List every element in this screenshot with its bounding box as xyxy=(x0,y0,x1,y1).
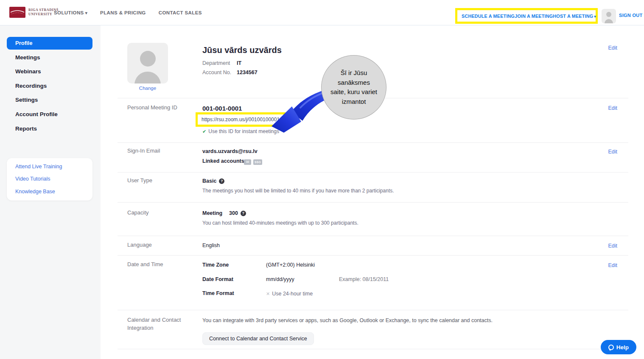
edit-profile-link[interactable]: Edit xyxy=(608,45,617,51)
sign-out-link[interactable]: SIGN OUT xyxy=(619,13,643,18)
date-format-example: Example: 08/15/2011 xyxy=(339,276,389,282)
user-avatar[interactable] xyxy=(602,9,616,23)
language-value: English xyxy=(202,242,220,248)
calendar-integration-label: Calendar and Contact Integration xyxy=(127,316,182,332)
help-question-icon[interactable]: ? xyxy=(219,178,224,184)
edit-language-link[interactable]: Edit xyxy=(608,243,617,249)
divider xyxy=(118,349,628,349)
meeting-actions-highlight-box: SCHEDULE A MEETING JOIN A MEETING HOST A… xyxy=(455,8,598,24)
timezone-value: (GMT+2:00) Helsinki xyxy=(266,262,315,268)
divider xyxy=(118,142,628,143)
datetime-label: Date and Time xyxy=(127,261,163,267)
pmi-label: Personal Meeting ID xyxy=(127,104,177,111)
profile-name: Jūsu vārds uzvārds xyxy=(202,45,282,55)
sidebar-help-card: Attend Live Training Video Tutorials Kno… xyxy=(7,158,92,200)
edit-pmi-link[interactable]: Edit xyxy=(608,105,617,111)
sidebar-item-webinars[interactable]: Webinars xyxy=(15,68,41,75)
divider xyxy=(118,202,628,203)
sidebar-item-profile[interactable]: Profile xyxy=(7,37,92,50)
connect-calendar-button[interactable]: Connect to Calendar and Contact Service xyxy=(202,332,314,345)
help-question-icon[interactable]: ? xyxy=(241,211,246,216)
capacity-meeting-label: Meeting xyxy=(202,210,222,216)
nav-solutions[interactable]: SOLUTIONS▾ xyxy=(54,10,87,15)
sidebar: Profile Meetings Webinars Recordings Set… xyxy=(0,25,101,359)
pmi-number: 001-001-0001 xyxy=(202,105,242,112)
rsu-logo[interactable]: Riga Stradiņš University xyxy=(9,7,59,18)
check-icon: ✔ xyxy=(202,129,206,134)
divider xyxy=(118,310,628,310)
change-avatar-link[interactable]: Change xyxy=(127,86,168,91)
chevron-down-icon: ▾ xyxy=(594,14,596,19)
edit-signin-email-link[interactable]: Edit xyxy=(608,149,617,155)
sidebar-item-settings[interactable]: Settings xyxy=(15,97,38,103)
account-no-value: 1234567 xyxy=(237,70,258,75)
help-button[interactable]: Help xyxy=(601,340,636,354)
date-format-label: Date Format xyxy=(202,276,233,282)
time-format-label: Time Format xyxy=(202,290,234,296)
divider xyxy=(118,172,628,173)
capacity-value: 300? xyxy=(229,210,246,216)
annotation-bubble: Šī ir Jūsu sanāksmes saite, kuru variet … xyxy=(321,55,386,120)
signin-email-label: Sign-In Email xyxy=(127,147,160,154)
knowledge-base-link[interactable]: Knowledge Base xyxy=(15,189,55,195)
linked-accounts-label: Linked accounts: xyxy=(202,158,246,164)
profile-avatar xyxy=(127,43,168,83)
attend-live-training-link[interactable]: Attend Live Training xyxy=(15,164,62,170)
timezone-label: Time Zone xyxy=(202,262,229,268)
join-meeting-link[interactable]: JOIN A MEETING xyxy=(515,14,553,19)
user-type-label: User Type xyxy=(127,177,152,184)
time-format-value[interactable]: ✕Use 24-hour time xyxy=(266,291,313,297)
capacity-label: Capacity xyxy=(127,209,149,216)
sidebar-item-account-profile[interactable]: Account Profile xyxy=(15,111,58,117)
department-value: IT xyxy=(237,60,241,66)
schedule-meeting-link[interactable]: SCHEDULE A MEETING xyxy=(462,14,515,19)
nav-contact-sales[interactable]: CONTACT SALES xyxy=(159,10,202,15)
sidebar-item-reports[interactable]: Reports xyxy=(15,125,37,132)
user-type-description: The meetings you host will be limited to… xyxy=(202,188,394,194)
email-account-icon: ✉ xyxy=(244,159,251,165)
nav-plans-pricing[interactable]: PLANS & PRICING xyxy=(100,10,146,15)
video-tutorials-link[interactable]: Video Tutorials xyxy=(15,176,50,182)
capacity-description: You can host limited 40-minutes meetings… xyxy=(202,220,358,226)
user-type-value: Basic? xyxy=(202,178,224,184)
avatar-silhouette xyxy=(140,51,156,67)
top-navbar: Riga Stradiņš University SOLUTIONS▾ PLAN… xyxy=(0,0,644,25)
calendar-integration-description: You can integrate with 3rd party service… xyxy=(202,317,493,323)
main-nav: SOLUTIONS▾ PLANS & PRICING CONTACT SALES xyxy=(54,0,202,25)
rsu-logo-icon xyxy=(9,7,25,18)
chevron-down-icon: ▾ xyxy=(85,11,87,15)
department-label: Department xyxy=(202,60,230,66)
edit-datetime-link[interactable]: Edit xyxy=(608,262,617,268)
date-format-value: mm/dd/yyyy xyxy=(266,276,294,282)
divider xyxy=(118,236,628,236)
sso-account-badge: SSO xyxy=(253,159,262,165)
chat-bubble-icon xyxy=(608,345,614,350)
language-label: Language xyxy=(127,242,152,248)
sidebar-item-meetings[interactable]: Meetings xyxy=(15,54,40,61)
cross-icon: ✕ xyxy=(266,291,270,296)
sidebar-item-recordings[interactable]: Recordings xyxy=(15,83,47,89)
divider xyxy=(118,255,628,256)
signin-email-value: vards.uzvards@rsu.lv xyxy=(202,148,258,154)
host-meeting-link[interactable]: HOST A MEETING▾ xyxy=(553,14,596,19)
avatar-silhouette xyxy=(606,12,611,17)
annotation-text: Šī ir Jūsu sanāksmes saite, kuru variet … xyxy=(330,68,378,106)
account-no-label: Account No. xyxy=(202,70,231,75)
